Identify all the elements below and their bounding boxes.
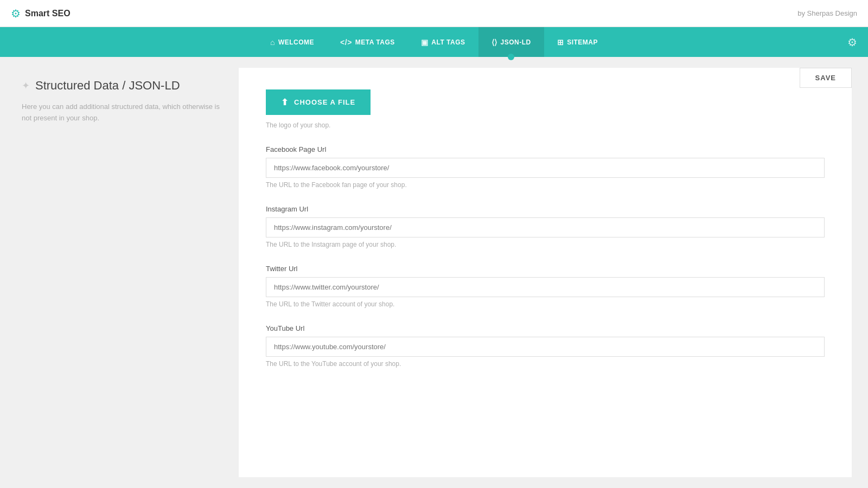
choose-file-label: CHOOSE A FILE xyxy=(294,98,355,106)
facebook-url-input[interactable] xyxy=(266,158,825,178)
nav-label-alt-tags: ALT TAGS xyxy=(431,38,465,46)
code-icon: </> xyxy=(340,38,352,47)
nav-item-alt-tags[interactable]: ▣ ALT TAGS xyxy=(408,27,478,57)
facebook-url-hint: The URL to the Facebook fan page of your… xyxy=(266,181,825,189)
nav-label-welcome: WELCOME xyxy=(278,38,314,46)
image-icon: ▣ xyxy=(421,38,429,47)
save-area: SAVE xyxy=(783,57,868,99)
youtube-url-input[interactable] xyxy=(266,337,825,357)
form-panel: ⬆ CHOOSE A FILE The logo of your shop. F… xyxy=(239,68,852,477)
youtube-url-hint: The URL to the YouTube account of your s… xyxy=(266,360,825,368)
nav-bar: ⌂ WELCOME </> META TAGS ▣ ALT TAGS ⟨⟩ JS… xyxy=(0,27,868,57)
nav-item-welcome[interactable]: ⌂ WELCOME xyxy=(257,27,327,57)
twitter-url-group: Twitter Url The URL to the Twitter accou… xyxy=(266,265,825,308)
nav-label-json-ld: JSON-LD xyxy=(501,38,531,46)
sidebar-gear-icon: ✦ xyxy=(22,80,30,92)
nav-item-sitemap[interactable]: ⊞ SITEMAP xyxy=(544,27,611,57)
facebook-url-label: Facebook Page Url xyxy=(266,145,825,153)
app-title: Smart SEO xyxy=(25,9,71,18)
by-label: by Sherpas Design xyxy=(797,9,857,17)
top-bar: ⚙ Smart SEO by Sherpas Design xyxy=(0,0,868,27)
logo-hint: The logo of your shop. xyxy=(266,121,825,129)
instagram-url-hint: The URL to the Instagram page of your sh… xyxy=(266,241,825,248)
twitter-url-hint: The URL to the Twitter account of your s… xyxy=(266,300,825,308)
app-logo-icon: ⚙ xyxy=(11,7,21,20)
nav-items: ⌂ WELCOME </> META TAGS ▣ ALT TAGS ⟨⟩ JS… xyxy=(257,27,611,57)
instagram-url-input[interactable] xyxy=(266,217,825,237)
nav-label-meta-tags: META TAGS xyxy=(355,38,395,46)
nav-item-json-ld[interactable]: ⟨⟩ JSON-LD xyxy=(478,27,544,57)
save-button[interactable]: SAVE xyxy=(800,68,852,88)
twitter-url-label: Twitter Url xyxy=(266,265,825,273)
youtube-url-group: YouTube Url The URL to the YouTube accou… xyxy=(266,324,825,368)
facebook-url-group: Facebook Page Url The URL to the Faceboo… xyxy=(266,145,825,189)
sidebar: ✦ Structured Data / JSON-LD Here you can… xyxy=(0,57,239,488)
json-icon: ⟨⟩ xyxy=(492,38,497,47)
main-content: ✦ Structured Data / JSON-LD Here you can… xyxy=(0,57,868,488)
app-branding: ⚙ Smart SEO xyxy=(11,7,71,20)
twitter-url-input[interactable] xyxy=(266,277,825,297)
sidebar-title: Structured Data / JSON-LD xyxy=(35,79,180,93)
instagram-url-label: Instagram Url xyxy=(266,205,825,213)
sidebar-description: Here you can add additional structured d… xyxy=(22,101,222,124)
nav-item-meta-tags[interactable]: </> META TAGS xyxy=(327,27,408,57)
sitemap-icon: ⊞ xyxy=(557,38,564,47)
instagram-url-group: Instagram Url The URL to the Instagram p… xyxy=(266,205,825,248)
settings-icon[interactable]: ⚙ xyxy=(847,36,857,49)
upload-icon: ⬆ xyxy=(281,97,289,107)
youtube-url-label: YouTube Url xyxy=(266,324,825,332)
sidebar-heading: ✦ Structured Data / JSON-LD xyxy=(22,79,222,93)
choose-file-button[interactable]: ⬆ CHOOSE A FILE xyxy=(266,89,371,115)
home-icon: ⌂ xyxy=(270,38,275,47)
nav-label-sitemap: SITEMAP xyxy=(567,38,598,46)
